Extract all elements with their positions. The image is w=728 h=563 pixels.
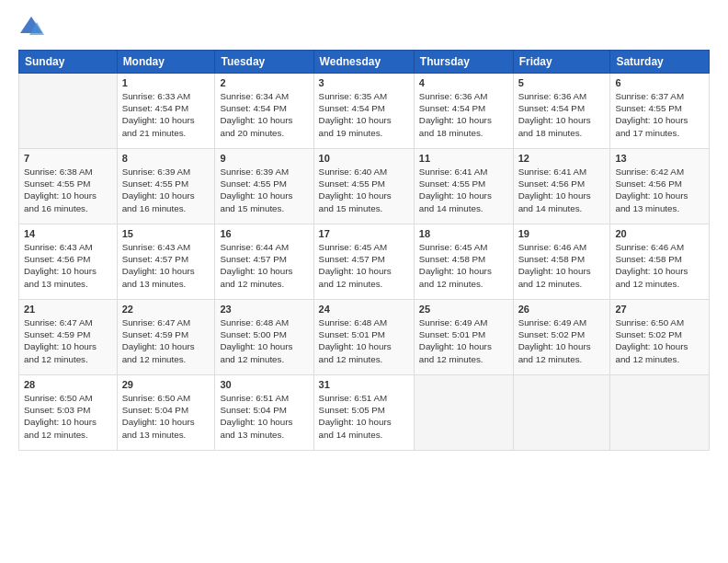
- col-header-tuesday: Tuesday: [215, 51, 313, 74]
- day-number: 30: [220, 379, 308, 390]
- day-info: Sunrise: 6:40 AM Sunset: 4:55 PM Dayligh…: [319, 166, 409, 214]
- day-number: 7: [24, 153, 112, 164]
- day-number: 17: [319, 228, 409, 239]
- day-info: Sunrise: 6:44 AM Sunset: 4:57 PM Dayligh…: [220, 241, 308, 290]
- day-number: 22: [122, 304, 210, 315]
- calendar-cell: 24Sunrise: 6:48 AM Sunset: 5:01 PM Dayli…: [313, 300, 414, 375]
- calendar-cell: 27Sunrise: 6:50 AM Sunset: 5:02 PM Dayli…: [610, 300, 710, 375]
- day-info: Sunrise: 6:39 AM Sunset: 4:55 PM Dayligh…: [122, 166, 210, 214]
- day-number: 2: [220, 77, 308, 88]
- calendar-cell: [610, 375, 710, 451]
- day-info: Sunrise: 6:38 AM Sunset: 4:55 PM Dayligh…: [24, 166, 112, 214]
- day-info: Sunrise: 6:39 AM Sunset: 4:55 PM Dayligh…: [220, 166, 308, 214]
- header: [18, 15, 710, 40]
- calendar-cell: 15Sunrise: 6:43 AM Sunset: 4:57 PM Dayli…: [117, 224, 215, 300]
- day-info: Sunrise: 6:50 AM Sunset: 5:03 PM Dayligh…: [24, 392, 112, 441]
- calendar-cell: 23Sunrise: 6:48 AM Sunset: 5:00 PM Dayli…: [215, 300, 313, 375]
- day-number: 19: [518, 228, 606, 239]
- calendar-cell: 16Sunrise: 6:44 AM Sunset: 4:57 PM Dayli…: [215, 224, 313, 300]
- day-number: 1: [122, 77, 210, 88]
- col-header-wednesday: Wednesday: [313, 51, 414, 74]
- day-number: 12: [518, 153, 606, 164]
- day-number: 8: [122, 153, 210, 164]
- calendar-cell: 31Sunrise: 6:51 AM Sunset: 5:05 PM Dayli…: [313, 375, 414, 451]
- calendar-cell: 5Sunrise: 6:36 AM Sunset: 4:54 PM Daylig…: [513, 74, 610, 149]
- calendar-cell: 22Sunrise: 6:47 AM Sunset: 4:59 PM Dayli…: [117, 300, 215, 375]
- day-number: 31: [319, 379, 409, 390]
- col-header-sunday: Sunday: [19, 51, 118, 74]
- calendar-cell: 19Sunrise: 6:46 AM Sunset: 4:58 PM Dayli…: [513, 224, 610, 300]
- col-header-saturday: Saturday: [610, 51, 710, 74]
- day-number: 3: [319, 77, 409, 88]
- day-info: Sunrise: 6:36 AM Sunset: 4:54 PM Dayligh…: [419, 90, 508, 139]
- calendar-cell: 2Sunrise: 6:34 AM Sunset: 4:54 PM Daylig…: [215, 74, 313, 149]
- logo: [18, 15, 48, 40]
- calendar-cell: 9Sunrise: 6:39 AM Sunset: 4:55 PM Daylig…: [215, 149, 313, 224]
- page: SundayMondayTuesdayWednesdayThursdayFrid…: [0, 0, 728, 563]
- day-info: Sunrise: 6:36 AM Sunset: 4:54 PM Dayligh…: [518, 90, 606, 139]
- day-info: Sunrise: 6:43 AM Sunset: 4:57 PM Dayligh…: [122, 241, 210, 290]
- week-row-3: 14Sunrise: 6:43 AM Sunset: 4:56 PM Dayli…: [19, 224, 710, 300]
- day-info: Sunrise: 6:49 AM Sunset: 5:01 PM Dayligh…: [419, 316, 508, 365]
- day-info: Sunrise: 6:41 AM Sunset: 4:55 PM Dayligh…: [419, 166, 508, 214]
- calendar-cell: 11Sunrise: 6:41 AM Sunset: 4:55 PM Dayli…: [414, 149, 513, 224]
- week-row-4: 21Sunrise: 6:47 AM Sunset: 4:59 PM Dayli…: [19, 300, 710, 375]
- calendar-cell: 30Sunrise: 6:51 AM Sunset: 5:04 PM Dayli…: [215, 375, 313, 451]
- day-info: Sunrise: 6:35 AM Sunset: 4:54 PM Dayligh…: [319, 90, 409, 139]
- day-number: 27: [615, 304, 704, 315]
- week-row-5: 28Sunrise: 6:50 AM Sunset: 5:03 PM Dayli…: [19, 375, 710, 451]
- day-number: 25: [419, 304, 508, 315]
- day-info: Sunrise: 6:49 AM Sunset: 5:02 PM Dayligh…: [518, 316, 606, 365]
- calendar-cell: 26Sunrise: 6:49 AM Sunset: 5:02 PM Dayli…: [513, 300, 610, 375]
- calendar-cell: [414, 375, 513, 451]
- calendar-cell: 10Sunrise: 6:40 AM Sunset: 4:55 PM Dayli…: [313, 149, 414, 224]
- day-number: 11: [419, 153, 508, 164]
- day-number: 21: [24, 304, 112, 315]
- calendar-cell: [513, 375, 610, 451]
- day-number: 15: [122, 228, 210, 239]
- calendar-cell: 8Sunrise: 6:39 AM Sunset: 4:55 PM Daylig…: [117, 149, 215, 224]
- calendar-cell: 21Sunrise: 6:47 AM Sunset: 4:59 PM Dayli…: [19, 300, 118, 375]
- calendar-cell: 6Sunrise: 6:37 AM Sunset: 4:55 PM Daylig…: [610, 74, 710, 149]
- calendar-cell: 20Sunrise: 6:46 AM Sunset: 4:58 PM Dayli…: [610, 224, 710, 300]
- day-info: Sunrise: 6:50 AM Sunset: 5:04 PM Dayligh…: [122, 392, 210, 441]
- calendar-header-row: SundayMondayTuesdayWednesdayThursdayFrid…: [19, 51, 710, 74]
- calendar-cell: 28Sunrise: 6:50 AM Sunset: 5:03 PM Dayli…: [19, 375, 118, 451]
- week-row-1: 1Sunrise: 6:33 AM Sunset: 4:54 PM Daylig…: [19, 74, 710, 149]
- day-number: 9: [220, 153, 308, 164]
- day-info: Sunrise: 6:51 AM Sunset: 5:04 PM Dayligh…: [220, 392, 308, 441]
- calendar-cell: 25Sunrise: 6:49 AM Sunset: 5:01 PM Dayli…: [414, 300, 513, 375]
- col-header-friday: Friday: [513, 51, 610, 74]
- week-row-2: 7Sunrise: 6:38 AM Sunset: 4:55 PM Daylig…: [19, 149, 710, 224]
- day-number: 29: [122, 379, 210, 390]
- day-info: Sunrise: 6:51 AM Sunset: 5:05 PM Dayligh…: [319, 392, 409, 441]
- day-info: Sunrise: 6:46 AM Sunset: 4:58 PM Dayligh…: [615, 241, 704, 290]
- calendar-cell: 17Sunrise: 6:45 AM Sunset: 4:57 PM Dayli…: [313, 224, 414, 300]
- day-info: Sunrise: 6:37 AM Sunset: 4:55 PM Dayligh…: [615, 90, 704, 139]
- day-info: Sunrise: 6:47 AM Sunset: 4:59 PM Dayligh…: [122, 316, 210, 365]
- col-header-thursday: Thursday: [414, 51, 513, 74]
- day-number: 16: [220, 228, 308, 239]
- calendar-cell: 18Sunrise: 6:45 AM Sunset: 4:58 PM Dayli…: [414, 224, 513, 300]
- day-number: 28: [24, 379, 112, 390]
- day-info: Sunrise: 6:42 AM Sunset: 4:56 PM Dayligh…: [615, 166, 704, 214]
- calendar-cell: 13Sunrise: 6:42 AM Sunset: 4:56 PM Dayli…: [610, 149, 710, 224]
- day-info: Sunrise: 6:48 AM Sunset: 5:00 PM Dayligh…: [220, 316, 308, 365]
- day-info: Sunrise: 6:45 AM Sunset: 4:58 PM Dayligh…: [419, 241, 508, 290]
- day-number: 6: [615, 77, 704, 88]
- day-info: Sunrise: 6:34 AM Sunset: 4:54 PM Dayligh…: [220, 90, 308, 139]
- day-number: 20: [615, 228, 704, 239]
- day-info: Sunrise: 6:50 AM Sunset: 5:02 PM Dayligh…: [615, 316, 704, 365]
- calendar-table: SundayMondayTuesdayWednesdayThursdayFrid…: [18, 50, 710, 451]
- calendar-cell: 4Sunrise: 6:36 AM Sunset: 4:54 PM Daylig…: [414, 74, 513, 149]
- logo-icon: [18, 15, 44, 40]
- calendar-cell: 14Sunrise: 6:43 AM Sunset: 4:56 PM Dayli…: [19, 224, 118, 300]
- day-number: 26: [518, 304, 606, 315]
- calendar-cell: 1Sunrise: 6:33 AM Sunset: 4:54 PM Daylig…: [117, 74, 215, 149]
- day-number: 18: [419, 228, 508, 239]
- calendar-cell: [19, 74, 118, 149]
- calendar-cell: 12Sunrise: 6:41 AM Sunset: 4:56 PM Dayli…: [513, 149, 610, 224]
- day-info: Sunrise: 6:33 AM Sunset: 4:54 PM Dayligh…: [122, 90, 210, 139]
- day-number: 5: [518, 77, 606, 88]
- day-number: 24: [319, 304, 409, 315]
